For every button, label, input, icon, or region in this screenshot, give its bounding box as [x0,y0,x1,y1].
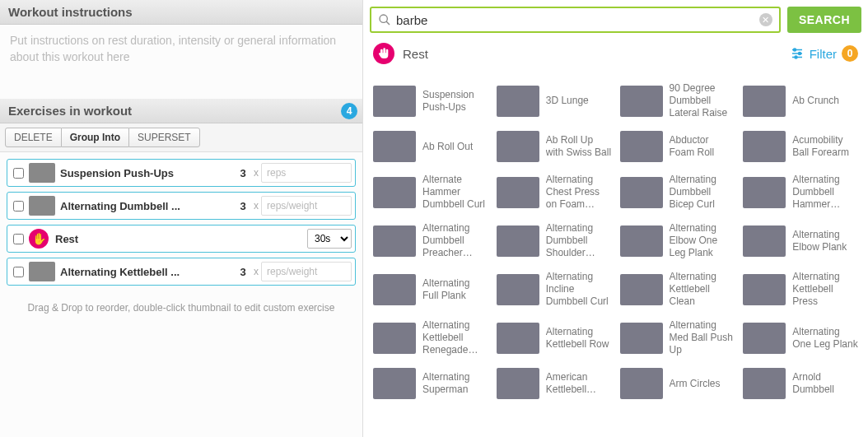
svg-point-0 [380,15,387,22]
library-thumbnail [497,177,539,208]
library-item-name: Ab Roll Up with Swiss Ball [546,134,612,159]
library-item[interactable]: Alternating Dumbbell Hammer… [743,174,858,211]
library-item[interactable]: Ab Crunch [743,82,858,119]
exercise-thumbnail[interactable] [29,163,55,183]
exercises-header: Exercises in workout 4 [0,99,362,123]
library-item[interactable]: Alternating Kettlebell Press [743,271,858,308]
library-item[interactable]: Alternating Dumbbell Shoulder… [497,222,612,259]
exercise-row[interactable]: Alternating Dumbbell ...3x [7,192,356,220]
library-item-name: Suspension Push-Ups [422,89,488,114]
library-item-name: Alternating Incline Dumbbell Curl [546,271,612,308]
library-thumbnail [743,368,786,399]
search-input[interactable] [396,13,759,27]
library-item-name: Arm Circles [670,378,721,390]
library-thumbnail [743,274,786,305]
instructions-placeholder[interactable]: Put instructions on rest duration, inten… [0,25,362,99]
library-item[interactable]: American Kettlebell… [497,368,612,399]
group-into-button[interactable]: Group Into [62,128,128,147]
row-sets: 3 [235,200,251,212]
library-item[interactable]: Alternating Dumbbell Bicep Curl [620,174,735,211]
library-item-name: Alternating Dumbbell Bicep Curl [670,174,735,211]
library-thumbnail [743,323,786,354]
exercise-row[interactable]: Alternating Kettlebell ...3x [7,258,356,286]
library-item[interactable]: Acumobility Ball Forearm [743,131,858,162]
library-item[interactable]: Ab Roll Out [373,131,488,162]
row-checkbox[interactable] [13,168,24,179]
library-item-name: Alternating Dumbbell Preacher… [422,222,488,259]
library-item[interactable]: Alternating Elbow Plank [743,222,858,259]
library-item[interactable]: Alternating Med Ball Push Up [620,319,735,356]
library-thumbnail [373,131,416,162]
row-checkbox[interactable] [13,234,24,244]
row-name: Suspension Push-Ups [60,167,235,179]
row-x: x [251,200,261,212]
library-item-name: Ab Crunch [792,95,839,107]
library-item[interactable]: Arnold Dumbbell [743,368,858,399]
row-checkbox[interactable] [13,201,24,212]
library-item-name: Alternating Dumbbell Shoulder… [546,222,612,259]
exercise-thumbnail[interactable] [29,196,55,216]
reps-input[interactable] [261,196,352,216]
library-item-name: 3D Lunge [546,95,589,107]
library-thumbnail [373,274,416,305]
exercise-row[interactable]: ✋Rest30s [7,225,356,253]
row-checkbox-wrap [7,267,29,277]
library-thumbnail [497,274,539,305]
library-thumbnail [373,368,416,399]
library-item[interactable]: Alternating One Leg Plank [743,319,858,356]
exercise-row[interactable]: Suspension Push-Ups3x [7,159,356,187]
filter-control[interactable]: Filter 0 [790,45,858,62]
library-item-name: American Kettlebell… [546,371,612,396]
library-thumbnail [373,86,416,117]
library-item[interactable]: Alternating Kettlebell Renegade… [373,319,488,356]
exercise-thumbnail[interactable] [29,262,55,281]
library-item[interactable]: Alternating Full Plank [373,271,488,308]
library-item[interactable]: Ab Roll Up with Swiss Ball [497,131,612,162]
library-item[interactable]: 3D Lunge [497,82,612,119]
library-item-name: Alternating Kettlebell Row [546,326,612,351]
library-item[interactable]: Alternating Incline Dumbbell Curl [497,271,612,308]
library-item[interactable]: Arm Circles [620,368,735,399]
library-item[interactable]: 90 Degree Dumbbell Lateral Raise [620,82,735,119]
delete-button[interactable]: DELETE [5,128,62,147]
row-checkbox[interactable] [13,267,24,277]
library-item[interactable]: Suspension Push-Ups [373,82,488,119]
superset-button[interactable]: SUPERSET [128,128,200,147]
svg-point-5 [793,49,796,51]
library-thumbnail [743,86,786,117]
library-item[interactable]: Alternating Elbow One Leg Plank [620,222,735,259]
library-item[interactable]: Alternating Kettlebell Clean [620,271,735,308]
library-item[interactable]: Alternating Chest Press on Foam… [497,174,612,211]
row-checkbox-wrap [7,201,29,212]
library-thumbnail [373,323,416,354]
library-item-name: Acumobility Ball Forearm [792,134,858,159]
reps-input[interactable] [261,163,352,183]
library-thumbnail [620,86,663,117]
svg-line-1 [386,21,390,25]
library-thumbnail [497,368,539,399]
library-thumbnail [620,274,663,305]
rest-hand-icon[interactable] [373,43,394,64]
instructions-header: Workout instructions [0,0,362,25]
library-thumbnail [620,225,663,257]
rest-duration-select[interactable]: 30s [307,229,352,249]
row-x: x [251,167,261,179]
library-thumbnail [373,177,416,208]
library-item[interactable]: Alternating Kettlebell Row [497,319,612,356]
clear-search-icon[interactable]: ✕ [759,13,772,26]
library-item[interactable]: Alternating Dumbbell Preacher… [373,222,488,259]
library-item[interactable]: Alternating Superman [373,368,488,399]
search-box[interactable]: ✕ [370,7,781,33]
library-thumbnail [497,131,539,162]
library-item[interactable]: Abductor Foam Roll [620,131,735,162]
library-item[interactable]: Alternate Hammer Dumbbell Curl [373,174,488,211]
library-thumbnail [743,131,786,162]
row-sets: 3 [235,266,251,278]
row-sets: 3 [235,167,251,179]
library-item-name: Alternate Hammer Dumbbell Curl [422,174,488,211]
library-thumbnail [620,177,663,208]
reps-input[interactable] [261,262,352,281]
search-button[interactable]: SEARCH [787,7,861,33]
library-thumbnail [620,323,663,354]
workout-toolbar: DELETE Group Into SUPERSET [0,123,362,152]
